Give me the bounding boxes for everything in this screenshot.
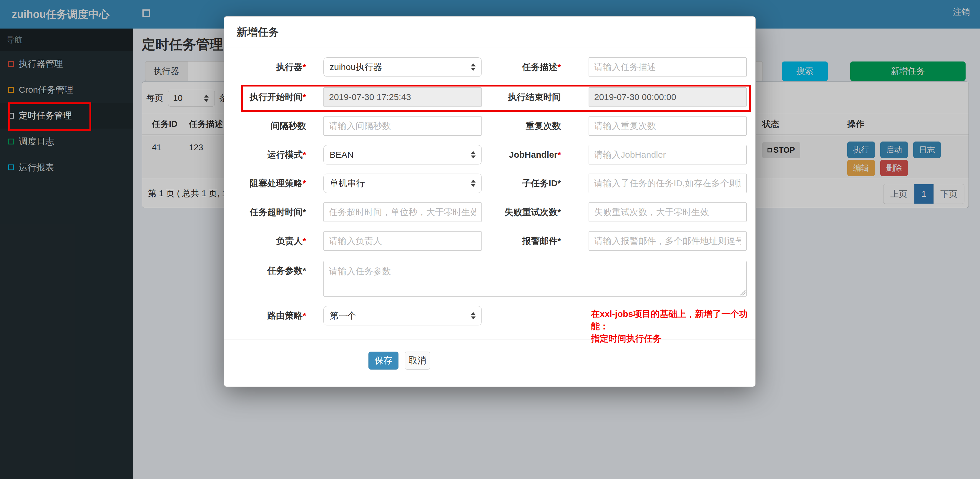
run-mode-select[interactable]: BEAN xyxy=(323,145,482,164)
task-desc-input[interactable] xyxy=(589,57,747,77)
start-time-input[interactable] xyxy=(323,88,482,107)
owner-input[interactable] xyxy=(323,231,482,251)
updown-arrows-icon xyxy=(471,64,476,71)
alarm-email-label: 报警邮件* xyxy=(479,231,561,251)
add-task-modal: 新增任务 执行器* zuihou执行器 任务描述* 执行开始时间* 执行结束时间 xyxy=(224,16,756,387)
route-strategy-select[interactable]: 第一个 xyxy=(323,306,482,325)
fail-retry-input[interactable] xyxy=(589,202,747,222)
task-timeout-label: 任务超时时间* xyxy=(224,202,306,222)
screen: zuihou任务调度中心 导航 执行器管理 Cron任务管理 定时任务管理 调度… xyxy=(0,0,980,479)
repeat-count-label: 重复次数 xyxy=(479,116,561,136)
executor-select[interactable]: zuihou执行器 xyxy=(323,57,482,77)
task-params-label: 任务参数* xyxy=(224,261,306,280)
updown-arrows-icon xyxy=(471,312,476,320)
child-task-id-label: 子任务ID* xyxy=(479,173,561,193)
save-button[interactable]: 保存 xyxy=(369,352,398,369)
end-time-input[interactable] xyxy=(589,88,747,107)
alarm-email-input[interactable] xyxy=(589,231,747,251)
executor-label: 执行器* xyxy=(224,57,306,77)
cancel-button[interactable]: 取消 xyxy=(405,352,430,369)
repeat-count-input[interactable] xyxy=(589,116,747,136)
jobhandler-label: JobHandler* xyxy=(479,145,561,164)
child-task-id-input[interactable] xyxy=(589,173,747,193)
fail-retry-label: 失败重试次数* xyxy=(479,202,561,222)
updown-arrows-icon xyxy=(471,180,476,187)
end-time-label: 执行结束时间 xyxy=(479,88,561,107)
interval-seconds-input[interactable] xyxy=(323,116,482,136)
task-desc-label: 任务描述* xyxy=(479,57,561,77)
start-time-label: 执行开始时间* xyxy=(224,88,306,107)
task-timeout-input[interactable] xyxy=(323,202,482,222)
modal-header: 新增任务 xyxy=(224,16,756,48)
owner-label: 负责人* xyxy=(224,231,306,251)
updown-arrows-icon xyxy=(471,151,476,159)
resize-grip-icon[interactable] xyxy=(740,290,745,295)
block-strategy-select[interactable]: 单机串行 xyxy=(323,173,482,193)
run-mode-label: 运行模式* xyxy=(224,145,306,164)
route-strategy-label: 路由策略* xyxy=(224,306,306,325)
modal-footer-divider xyxy=(224,339,756,340)
interval-seconds-label: 间隔秒数 xyxy=(224,116,306,136)
task-params-textarea[interactable] xyxy=(323,261,747,297)
block-strategy-label: 阻塞处理策略* xyxy=(224,173,306,193)
modal-title: 新增任务 xyxy=(237,16,279,48)
jobhandler-input[interactable] xyxy=(589,145,747,164)
